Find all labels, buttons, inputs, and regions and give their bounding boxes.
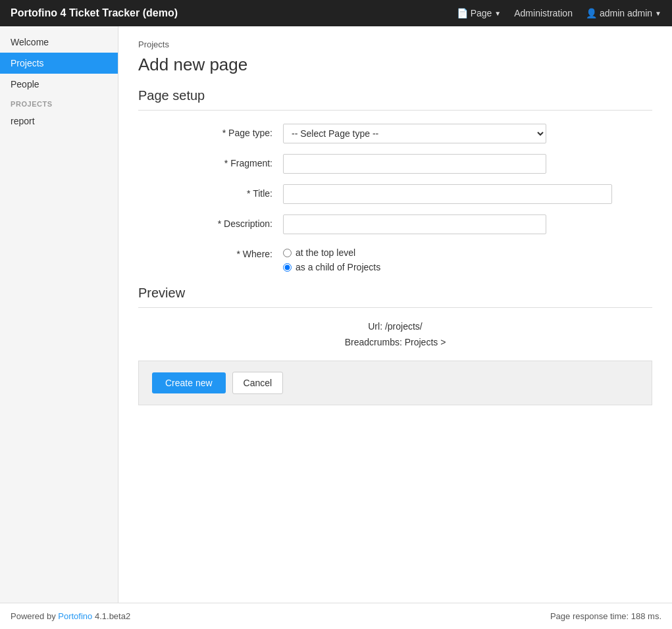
cancel-button[interactable]: Cancel — [232, 372, 284, 394]
preview-url-value: /projects/ — [385, 321, 423, 332]
sidebar-item-report[interactable]: report — [0, 111, 118, 132]
radio-child-projects-label: as a child of Projects — [296, 262, 380, 272]
footer-right: Page response time: 188 ms. — [550, 611, 661, 621]
topnav: Portofino 4 Ticket Tracker (demo) 📄 Page… — [0, 0, 672, 26]
radio-top-level[interactable]: at the top level — [283, 247, 546, 258]
page-icon: 📄 — [457, 8, 468, 18]
preview-heading: Preview — [138, 286, 652, 301]
footer: Powered by Portofino 4.1.beta2 Page resp… — [0, 603, 672, 629]
sidebar-item-projects[interactable]: Projects — [0, 53, 118, 74]
footer-left: Powered by Portofino 4.1.beta2 — [11, 611, 130, 621]
portofino-link[interactable]: Portofino — [58, 611, 92, 621]
page-type-label: * Page type: — [138, 124, 283, 138]
preview-url-label: Url: — [368, 321, 382, 332]
page-type-select[interactable]: -- Select Page type -- Custom Page CRUD … — [283, 124, 546, 143]
administration-label: Administration — [514, 8, 573, 18]
main-content: Projects Add new page Page setup * Page … — [118, 26, 672, 603]
sidebar-section-projects: PROJECTS — [0, 95, 118, 111]
preview-breadcrumbs-value: Projects > — [405, 337, 446, 347]
radio-top-level-label: at the top level — [296, 247, 355, 258]
chevron-down-icon: ▼ — [494, 10, 501, 17]
layout: Welcome Projects People PROJECTS report … — [0, 26, 672, 603]
title-input[interactable] — [283, 184, 612, 204]
preview-divider — [138, 307, 652, 308]
footer-version: 4.1.beta2 — [95, 611, 130, 621]
page-title: Add new page — [138, 55, 652, 75]
create-new-button[interactable]: Create new — [152, 372, 226, 393]
fragment-input[interactable] — [283, 154, 546, 174]
page-type-control: -- Select Page type -- Custom Page CRUD … — [283, 124, 546, 143]
fragment-row: * Fragment: — [138, 154, 652, 174]
fragment-label: * Fragment: — [138, 154, 283, 168]
response-time: Page response time: 188 ms. — [550, 611, 661, 621]
description-row: * Description: — [138, 214, 652, 234]
radio-child-projects[interactable]: as a child of Projects — [283, 262, 546, 272]
radio-top-level-input[interactable] — [283, 249, 292, 257]
user-label: admin admin — [600, 8, 652, 18]
sidebar-item-welcome[interactable]: Welcome — [0, 32, 118, 53]
title-row: * Title: — [138, 184, 652, 204]
preview-section: Preview Url: /projects/ Breadcrumbs: Pro… — [138, 286, 652, 347]
user-menu[interactable]: 👤 admin admin ▼ — [586, 8, 661, 18]
administration-link[interactable]: Administration — [514, 8, 573, 18]
page-setup-form: * Page type: -- Select Page type -- Cust… — [138, 124, 652, 272]
action-bar: Create new Cancel — [138, 361, 652, 405]
fragment-control — [283, 154, 546, 174]
preview-url-row: Url: /projects/ — [368, 321, 422, 332]
description-label: * Description: — [138, 214, 283, 229]
topnav-items: 📄 Page ▼ Administration 👤 admin admin ▼ — [457, 8, 661, 18]
page-menu[interactable]: 📄 Page ▼ — [457, 8, 502, 18]
section-divider — [138, 110, 652, 111]
preview-breadcrumbs-label: Breadcrumbs: — [345, 337, 402, 347]
breadcrumb: Projects — [138, 39, 652, 49]
preview-breadcrumbs-row: Breadcrumbs: Projects > — [345, 337, 446, 347]
page-menu-label: Page — [471, 8, 492, 18]
title-control — [283, 184, 612, 204]
section-heading: Page setup — [138, 88, 652, 103]
where-radio-group: at the top level as a child of Projects — [283, 245, 546, 272]
page-type-row: * Page type: -- Select Page type -- Cust… — [138, 124, 652, 143]
where-row: * Where: at the top level as a child of … — [138, 245, 652, 272]
where-control: at the top level as a child of Projects — [283, 245, 546, 272]
preview-info: Url: /projects/ Breadcrumbs: Projects > — [138, 321, 652, 347]
chevron-down-icon: ▼ — [655, 10, 661, 17]
where-label: * Where: — [138, 245, 283, 259]
description-control — [283, 214, 546, 234]
radio-child-projects-input[interactable] — [283, 263, 292, 272]
powered-by-text: Powered by — [11, 611, 56, 621]
title-label: * Title: — [138, 184, 283, 199]
user-icon: 👤 — [586, 8, 597, 18]
sidebar-item-people[interactable]: People — [0, 74, 118, 95]
sidebar: Welcome Projects People PROJECTS report — [0, 26, 118, 603]
app-title: Portofino 4 Ticket Tracker (demo) — [11, 7, 457, 19]
description-input[interactable] — [283, 214, 546, 234]
